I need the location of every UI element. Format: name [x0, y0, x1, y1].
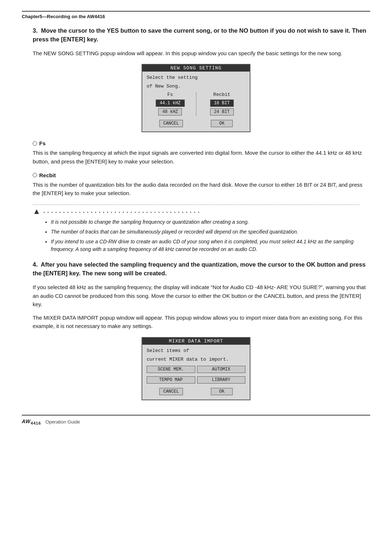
mixer-title: MIXER DATA IMPORT — [142, 338, 250, 345]
bottom-rule — [22, 415, 370, 416]
step3-heading-text: 3. Move the cursor to the YES button to … — [33, 27, 366, 42]
recbit-section-label: Recbit — [39, 172, 56, 178]
new-song-cancel-btn[interactable]: CANCEL — [159, 120, 183, 127]
btn-16bit[interactable]: 16 BIT — [210, 100, 234, 107]
warning-header-row: ▲ • • • • • • • • • • • • • • • • • • • … — [33, 208, 359, 216]
warning-bullets-list: It is not possible to change the samplin… — [33, 218, 359, 253]
warning-bullet-1: It is not possible to change the samplin… — [51, 218, 359, 226]
fs-section-heading: Fs — [22, 140, 370, 146]
mixer-action-btns: CANCEL OK — [147, 387, 245, 396]
warning-bullet-3: If you intend to use a CD-RW drive to cr… — [51, 238, 359, 253]
recbit-section-body: This is the number of quantization bits … — [22, 181, 370, 198]
btn-scene-mem[interactable]: SCENE MEM. — [147, 366, 195, 373]
recbit-circle-icon — [33, 173, 37, 177]
warning-box: ▲ • • • • • • • • • • • • • • • • • • • … — [33, 204, 359, 253]
fs-section-body: This is the sampling frequency at which … — [22, 149, 370, 166]
step3-heading: 3. Move the cursor to the YES button to … — [22, 27, 370, 44]
footer: AW4416 Operation Guide — [22, 418, 370, 425]
warning-bullet-2: The number of tracks that can be simulta… — [51, 228, 359, 236]
step4-body1: If you selected 48 kHz as the sampling f… — [22, 283, 370, 308]
step3-body: The NEW SONG SETTING popup window will a… — [22, 49, 370, 57]
mixer-line1: Select items of — [147, 348, 245, 354]
recbit-col: Recbit 16 BIT 24 BIT — [199, 92, 246, 116]
recbit-label: Recbit — [213, 92, 230, 97]
new-song-action-btns: CANCEL OK — [147, 119, 245, 128]
new-song-line1: Select the setting — [147, 74, 245, 81]
btn-48khz[interactable]: 48 kHZ — [158, 108, 182, 116]
btn-library[interactable]: LIBRARY — [197, 376, 246, 384]
mixer-cancel-btn[interactable]: CANCEL — [159, 388, 183, 395]
mixer-line2: current MIXER data to import. — [147, 356, 245, 363]
fs-circle-icon — [33, 141, 37, 146]
new-song-columns: Fs 44.1 kHZ 48 kHZ Recbit 16 BIT 24 BIT — [147, 92, 245, 116]
warning-dots: • • • • • • • • • • • • • • • • • • • • … — [44, 208, 359, 214]
footer-text: Operation Guide — [45, 419, 80, 425]
btn-44khz[interactable]: 44.1 kHZ — [156, 100, 185, 107]
chapter-header: Chapter5—Recording on the AW4416 — [22, 14, 370, 19]
warning-icon: ▲ — [33, 207, 41, 216]
mixer-ok-btn[interactable]: OK — [211, 388, 233, 395]
top-rule — [22, 11, 370, 12]
new-song-title: NEW SONG SETTING — [142, 65, 250, 72]
fs-section-label: Fs — [39, 140, 46, 146]
btn-tempo-map[interactable]: TEMPO MAP — [147, 376, 195, 384]
fs-label: Fs — [167, 92, 173, 97]
step4-body2: The MIXER DATA IMPORT popup window will … — [22, 313, 370, 331]
btn-automix[interactable]: AUTOMIX — [197, 366, 246, 373]
mixer-content: Select items of current MIXER data to im… — [142, 345, 250, 400]
btn-24bit[interactable]: 24 BIT — [210, 108, 234, 116]
mixer-data-import-popup: MIXER DATA IMPORT Select items of curren… — [142, 337, 250, 400]
new-song-content: Select the setting of New Song. Fs 44.1 … — [142, 72, 250, 131]
recbit-section-heading: Recbit — [22, 172, 370, 178]
footer-logo: AW4416 — [22, 418, 41, 425]
mixer-btn-grid: SCENE MEM. AUTOMIX TEMPO MAP LIBRARY — [147, 365, 245, 384]
new-song-ok-btn[interactable]: OK — [211, 120, 233, 127]
new-song-line2: of New Song. — [147, 83, 245, 90]
fs-col: Fs 44.1 kHZ 48 kHZ — [147, 92, 194, 116]
column-divider — [196, 92, 196, 116]
step4-heading: 4. After you have selected the sampling … — [22, 260, 370, 278]
new-song-setting-popup: NEW SONG SETTING Select the setting of N… — [142, 64, 250, 132]
step4-heading-text: 4. After you have selected the sampling … — [33, 261, 366, 276]
